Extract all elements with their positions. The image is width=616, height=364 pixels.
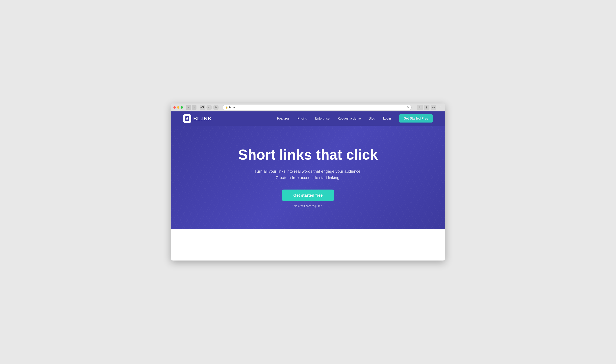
nav-links: Features Pricing Enterprise Request a de… — [277, 117, 433, 120]
address-text: bl.ink — [229, 106, 235, 109]
forward-button[interactable]: › — [192, 105, 196, 110]
hero-section: Short links that click Turn all your lin… — [171, 126, 445, 229]
nav-buttons: ‹ › — [186, 105, 196, 110]
logo-svg — [185, 116, 190, 121]
nav-item-login[interactable]: Login — [383, 117, 391, 120]
below-hero-section — [171, 229, 445, 260]
browser-titlebar: ‹ › ABP 🛡 ↻ 🔒 bl.ink ↻ ⬇ ⬆ ▭ + — [171, 104, 445, 111]
hero-title: Short links that click — [238, 147, 378, 163]
maximize-button[interactable] — [181, 106, 183, 109]
nav-link-demo[interactable]: Request a demo — [338, 117, 361, 120]
nav-link-pricing[interactable]: Pricing — [298, 117, 307, 120]
toolbar-icons: ABP 🛡 ↻ — [200, 105, 219, 110]
site-navigation: BL.INK Features Pricing Enterprise Reque… — [171, 111, 445, 126]
browser-actions: ⬇ ⬆ ▭ — [417, 105, 436, 110]
close-button[interactable] — [173, 106, 176, 109]
address-bar[interactable]: 🔒 bl.ink ↻ — [223, 105, 411, 110]
hero-subtitle-line2: Create a free account to start linking. — [276, 175, 341, 180]
nav-item-demo[interactable]: Request a demo — [338, 117, 361, 120]
nav-cta-button[interactable]: Get Started Free — [399, 114, 433, 123]
logo-icon — [183, 114, 191, 123]
refresh-icon[interactable]: ↻ — [213, 105, 219, 110]
minimize-button[interactable] — [177, 106, 179, 109]
back-button[interactable]: ‹ — [186, 105, 191, 110]
hero-subtitle: Turn all your links into real words that… — [254, 168, 362, 181]
nav-item-cta[interactable]: Get Started Free — [399, 117, 433, 120]
website-content: BL.INK Features Pricing Enterprise Reque… — [171, 111, 445, 260]
nav-item-pricing[interactable]: Pricing — [298, 117, 307, 120]
shield-icon[interactable]: 🛡 — [206, 105, 212, 110]
hero-cta-button[interactable]: Get started free — [282, 190, 334, 201]
nav-item-features[interactable]: Features — [277, 117, 289, 120]
nav-item-enterprise[interactable]: Enterprise — [315, 117, 330, 120]
logo-text: BL.INK — [193, 116, 212, 122]
hero-no-credit-card-text: No credit card required — [294, 204, 322, 208]
nav-link-blog[interactable]: Blog — [369, 117, 375, 120]
hero-subtitle-line1: Turn all your links into real words that… — [254, 169, 362, 173]
add-tab-button[interactable]: + — [438, 105, 443, 110]
logo[interactable]: BL.INK — [183, 114, 212, 123]
nav-link-login[interactable]: Login — [383, 117, 391, 120]
refresh-button[interactable]: ↻ — [407, 106, 409, 109]
sidebar-icon[interactable]: ▭ — [431, 105, 436, 110]
traffic-lights — [173, 106, 183, 109]
download-icon[interactable]: ⬇ — [417, 105, 423, 110]
lock-icon: 🔒 — [225, 106, 228, 109]
share-icon[interactable]: ⬆ — [424, 105, 429, 110]
nav-link-enterprise[interactable]: Enterprise — [315, 117, 330, 120]
nav-item-blog[interactable]: Blog — [369, 117, 375, 120]
nav-link-features[interactable]: Features — [277, 117, 289, 120]
extensions-icon[interactable]: ABP — [200, 105, 205, 110]
browser-window: ‹ › ABP 🛡 ↻ 🔒 bl.ink ↻ ⬇ ⬆ ▭ + — [171, 104, 445, 260]
